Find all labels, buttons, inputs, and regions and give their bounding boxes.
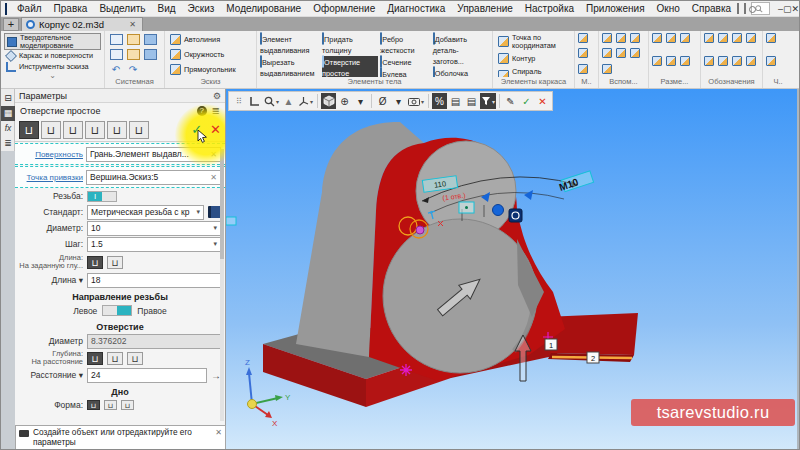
hole-type-4[interactable]: ⊔ bbox=[85, 121, 105, 139]
thread-toggle[interactable]: I bbox=[87, 191, 117, 202]
orientation-icon[interactable]: ▲ bbox=[281, 93, 296, 109]
tool-simple-hole[interactable]: Отверстие простое bbox=[322, 56, 378, 77]
dim-icon-3[interactable] bbox=[680, 33, 690, 43]
mark-icon-7[interactable] bbox=[732, 56, 742, 66]
tool-rectangle[interactable]: Прямоугольник bbox=[168, 63, 253, 76]
hole-type-simple[interactable]: ⊔ bbox=[19, 121, 39, 139]
filter-icon[interactable]: ▾ bbox=[480, 93, 496, 109]
mode-solid-modeling[interactable]: Твердотельное моделирование bbox=[4, 33, 101, 50]
menu-layout[interactable]: Оформление bbox=[307, 2, 381, 15]
tab-close-icon[interactable]: ✕ bbox=[127, 20, 138, 29]
viewport-confirm-icon[interactable]: ✓ bbox=[519, 93, 534, 109]
clear-anchor-icon[interactable]: ✕ bbox=[210, 173, 217, 182]
length-mode-depth[interactable]: ⊔ bbox=[87, 256, 103, 269]
form-sphere[interactable]: ⊔ bbox=[121, 400, 134, 410]
tool-circle[interactable]: Окружность bbox=[168, 48, 253, 61]
camera-icon[interactable]: ▾ bbox=[407, 93, 425, 109]
direction-toggle[interactable] bbox=[102, 305, 132, 316]
design-tree-icon[interactable]: ⊟ bbox=[1, 91, 15, 106]
menu-apps[interactable]: Приложения bbox=[580, 2, 651, 15]
hole-type-3[interactable]: ⊔ bbox=[63, 121, 83, 139]
step-select[interactable]: 1.5▾ bbox=[87, 237, 221, 252]
menu-select[interactable]: Выделить bbox=[93, 2, 151, 15]
abort-button[interactable]: ✕ bbox=[210, 122, 221, 137]
anchor-link[interactable]: Точка привязки bbox=[19, 173, 83, 182]
print-icon[interactable] bbox=[110, 49, 123, 60]
hide-objects-icon[interactable]: Ø bbox=[375, 93, 390, 109]
status-close-icon[interactable]: ✕ bbox=[215, 428, 222, 448]
layers-icon[interactable]: ≣ bbox=[1, 136, 15, 151]
vertex-tag-2[interactable]: 2 bbox=[587, 352, 599, 363]
dim-icon-6[interactable] bbox=[680, 56, 690, 66]
mark-icon-8[interactable] bbox=[746, 56, 756, 66]
dim-icon-1[interactable] bbox=[652, 33, 662, 43]
save-as-icon[interactable] bbox=[144, 49, 157, 60]
display-mode-cube-icon[interactable] bbox=[321, 93, 336, 109]
sheet-option2-icon[interactable]: ▤ bbox=[464, 93, 479, 109]
redo-icon[interactable]: ↷ bbox=[127, 64, 140, 75]
menu-diagnostics[interactable]: Диагностика bbox=[381, 2, 451, 15]
depth-mode-through[interactable]: ⊔ bbox=[107, 352, 123, 365]
length-input[interactable]: 18 bbox=[87, 273, 221, 288]
surface-link[interactable]: Поверхность bbox=[19, 150, 83, 159]
distance-input[interactable]: 24 bbox=[87, 368, 207, 383]
tool-section[interactable]: Сечение bbox=[380, 56, 430, 67]
tool-spiral[interactable]: Спираль цилиндрическ... bbox=[496, 67, 571, 77]
tool-shell[interactable]: Оболочка bbox=[433, 67, 489, 77]
mark-icon-3[interactable] bbox=[732, 33, 742, 43]
save-icon[interactable] bbox=[144, 34, 157, 45]
maximize-button[interactable]: ▢ bbox=[783, 3, 792, 15]
ch-icon-1[interactable] bbox=[766, 33, 776, 43]
aux-icon-6[interactable] bbox=[630, 48, 640, 58]
dim-icon-5[interactable] bbox=[666, 56, 676, 66]
hide-dropdown-icon[interactable]: ▾ bbox=[391, 93, 406, 109]
hole-type-2[interactable]: ⊔ bbox=[41, 121, 61, 139]
display-dropdown-icon[interactable]: ▾ bbox=[353, 93, 368, 109]
mark-icon-4[interactable] bbox=[746, 33, 756, 43]
aux-icon-4[interactable] bbox=[602, 48, 612, 58]
sheet-option-icon[interactable]: ▤ bbox=[448, 93, 463, 109]
percent-snap-icon[interactable]: % bbox=[432, 93, 447, 109]
menu-view[interactable]: Вид bbox=[152, 2, 182, 15]
help-icon[interactable]: ? bbox=[197, 106, 207, 116]
open-icon[interactable] bbox=[127, 34, 140, 45]
new-tab-button[interactable]: + bbox=[3, 18, 19, 31]
toolbar-drag-handle[interactable]: ⠿ bbox=[231, 93, 246, 109]
variables-icon[interactable]: fx bbox=[1, 121, 15, 136]
form-flat[interactable]: ⊔ bbox=[87, 400, 100, 410]
dim-icon-4[interactable] bbox=[652, 56, 662, 66]
menu-settings[interactable]: Настройка bbox=[519, 2, 580, 15]
placement-axes-icon[interactable]: ▾ bbox=[297, 93, 314, 109]
form-conic[interactable]: ⊔ bbox=[104, 400, 117, 410]
aux-icon-2[interactable] bbox=[616, 33, 626, 43]
zoom-tool-icon[interactable]: ▾ bbox=[263, 93, 280, 109]
sketch-mode-icon[interactable] bbox=[247, 93, 262, 109]
undo-icon[interactable]: ↶ bbox=[110, 64, 123, 75]
tool-contour[interactable]: Контур bbox=[496, 52, 571, 65]
viewport-3d[interactable]: 110 (1 отв.) M10 bbox=[226, 89, 800, 450]
preview-icon[interactable] bbox=[127, 49, 140, 60]
edit-pencil-icon[interactable]: ✎ bbox=[503, 93, 518, 109]
hole-type-6[interactable]: ⊔ bbox=[129, 121, 149, 139]
wireframe-sphere-icon[interactable]: ⊕ bbox=[337, 93, 352, 109]
depth-mode-distance[interactable]: ⊔ bbox=[87, 352, 103, 365]
close-button[interactable]: ✕ bbox=[792, 3, 800, 15]
surface-input[interactable]: Грань.Элемент выдавл...✕ bbox=[86, 147, 221, 162]
tool-cut-extrude[interactable]: Вырезать выдавливанием bbox=[260, 56, 320, 77]
tool-extrude[interactable]: Элемент выдавливания bbox=[260, 33, 320, 55]
aux-icon-1[interactable] bbox=[602, 33, 612, 43]
tool-point-by-coords[interactable]: Точка по координатам bbox=[496, 33, 571, 50]
mark-icon-5[interactable] bbox=[704, 56, 714, 66]
tool-autoline[interactable]: Автолиния bbox=[168, 33, 253, 46]
menu-management[interactable]: Управление bbox=[451, 2, 519, 15]
ch-icon-2[interactable] bbox=[766, 56, 776, 66]
dim-icon-2[interactable] bbox=[666, 33, 676, 43]
screenshot-icon[interactable] bbox=[744, 3, 746, 14]
panel-scrollbar[interactable] bbox=[220, 149, 224, 421]
parameters-panel-icon[interactable]: ▦ bbox=[1, 106, 15, 121]
m-icon-1[interactable] bbox=[578, 33, 588, 43]
anchor-input[interactable]: Вершина.Эскиз:5✕ bbox=[86, 170, 221, 185]
m-icon-3[interactable] bbox=[578, 64, 588, 74]
aux-icon-3[interactable] bbox=[630, 33, 640, 43]
viewport-cancel-icon[interactable]: ✕ bbox=[535, 93, 550, 109]
